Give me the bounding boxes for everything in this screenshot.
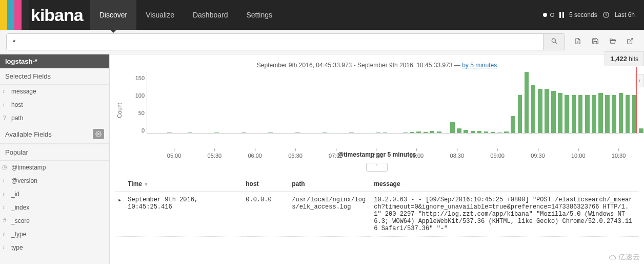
field-path[interactable]: ?path bbox=[0, 111, 109, 125]
time-range-label: September 9th 2016, 04:45:33.973 - Septe… bbox=[115, 54, 639, 72]
field-@version[interactable]: t@version bbox=[0, 174, 109, 187]
cell-time: September 9th 2016, 10:45:25.416 bbox=[125, 192, 243, 237]
field-type[interactable]: ttype bbox=[0, 241, 109, 254]
x-tick: 10:30 bbox=[612, 153, 626, 159]
query-toolbar bbox=[0, 30, 644, 54]
x-tick: 09:30 bbox=[531, 153, 545, 159]
svg-line-5 bbox=[630, 39, 633, 42]
main-pane: 1,422 hits ‹ September 9th 2016, 04:45:3… bbox=[110, 54, 644, 264]
gear-icon bbox=[95, 131, 102, 137]
field-@timestamp[interactable]: ◷@timestamp bbox=[0, 161, 109, 174]
x-tick: 06:00 bbox=[248, 153, 262, 159]
col-time[interactable]: Time ▼ bbox=[125, 176, 243, 192]
field-_index[interactable]: t_index bbox=[0, 201, 109, 214]
table-row: ▸ September 9th 2016, 10:45:25.416 0.0.0… bbox=[115, 192, 639, 237]
top-nav: kibana Discover Visualize Dashboard Sett… bbox=[0, 0, 644, 30]
svg-line-2 bbox=[555, 42, 556, 43]
x-tick: 09:00 bbox=[490, 153, 505, 159]
x-tick: 08:00 bbox=[410, 153, 424, 159]
svg-point-1 bbox=[552, 39, 555, 42]
clock-icon bbox=[602, 11, 610, 18]
interval-link[interactable]: by 5 minutes bbox=[462, 62, 497, 69]
search-input[interactable] bbox=[7, 34, 543, 50]
now-marker bbox=[636, 67, 637, 133]
external-link-icon bbox=[627, 37, 634, 45]
cell-host: 0.0.0.0 bbox=[243, 192, 289, 237]
file-plus-icon bbox=[574, 37, 581, 45]
col-host[interactable]: host bbox=[243, 176, 289, 192]
field-_type[interactable]: t_type bbox=[0, 228, 109, 241]
cloud-icon bbox=[609, 254, 616, 261]
x-tick: 05:00 bbox=[167, 153, 182, 159]
pause-icon[interactable] bbox=[559, 12, 564, 18]
col-message[interactable]: message bbox=[371, 176, 639, 192]
x-tick: 06:30 bbox=[288, 153, 303, 159]
nav-visualize[interactable]: Visualize bbox=[136, 0, 184, 30]
hits-badge: 1,422 hits bbox=[605, 51, 644, 66]
nav-dashboard[interactable]: Dashboard bbox=[184, 0, 237, 30]
popular-fields-title: Popular bbox=[0, 144, 109, 161]
field-settings-button[interactable] bbox=[93, 129, 104, 139]
svg-point-6 bbox=[98, 134, 99, 135]
available-fields-title: Available Fields bbox=[5, 130, 52, 138]
status-dots bbox=[543, 13, 554, 17]
nav-settings[interactable]: Settings bbox=[237, 0, 281, 30]
cell-path: /usr/local/nginx/logs/elk_access.log bbox=[289, 192, 371, 237]
x-tick: 10:00 bbox=[571, 153, 586, 159]
search-icon bbox=[551, 37, 558, 45]
document-table: Time ▼ host path message ▸ September 9th… bbox=[115, 176, 639, 237]
index-pattern-picker[interactable]: logstash-* bbox=[0, 54, 109, 68]
sort-desc-icon: ▼ bbox=[144, 182, 148, 187]
time-range[interactable]: Last 6h bbox=[615, 11, 635, 18]
x-tick: 07:30 bbox=[369, 153, 384, 159]
logo-stripes bbox=[0, 0, 29, 30]
logo-text: kibana bbox=[29, 0, 90, 30]
expand-row-button[interactable]: ▸ bbox=[115, 192, 125, 237]
field-_id[interactable]: t_id bbox=[0, 187, 109, 201]
collapse-chart-button[interactable]: ˆ bbox=[366, 163, 387, 172]
nav-discover[interactable]: Discover bbox=[90, 0, 136, 30]
field-message[interactable]: tmessage bbox=[0, 85, 109, 98]
y-axis-label: Count bbox=[116, 103, 123, 118]
folder-open-icon bbox=[609, 37, 616, 45]
field-host[interactable]: thost bbox=[0, 98, 109, 111]
x-tick: 08:30 bbox=[450, 153, 465, 159]
histogram-chart[interactable]: Count 150100500 05:0005:3006:0006:3007:0… bbox=[115, 72, 639, 149]
share-button[interactable] bbox=[627, 37, 634, 46]
save-icon bbox=[592, 37, 599, 45]
sidebar: logstash-* Selected Fields tmessagethost… bbox=[0, 54, 110, 264]
cell-message: 10.2.0.63 - - [09/Sep/2016:10:45:25 +080… bbox=[371, 192, 639, 237]
refresh-interval[interactable]: 5 seconds bbox=[569, 11, 597, 18]
x-tick: 05:30 bbox=[208, 153, 222, 159]
x-tick: 07:00 bbox=[329, 153, 343, 159]
new-search-button[interactable] bbox=[574, 37, 581, 46]
watermark: 亿速云 bbox=[609, 253, 640, 262]
open-search-button[interactable] bbox=[609, 37, 616, 46]
col-path[interactable]: path bbox=[289, 176, 371, 192]
search-button[interactable] bbox=[543, 34, 565, 50]
save-search-button[interactable] bbox=[592, 37, 599, 46]
field-_score[interactable]: #_score bbox=[0, 214, 109, 228]
selected-fields-title: Selected Fields bbox=[0, 68, 109, 85]
